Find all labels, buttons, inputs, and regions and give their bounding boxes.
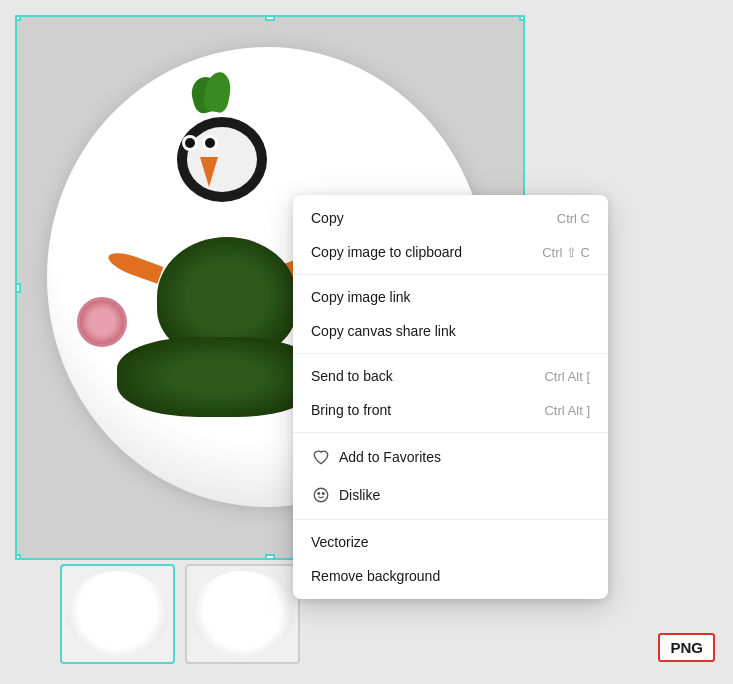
handle-bottom-left[interactable] xyxy=(15,554,21,560)
menu-item-send-to-back-label: Send to back xyxy=(311,368,536,384)
menu-item-add-to-favorites[interactable]: Add to Favorites xyxy=(293,438,608,476)
menu-item-copy-image-link[interactable]: Copy image link xyxy=(293,280,608,314)
menu-item-add-to-favorites-label: Add to Favorites xyxy=(339,449,590,465)
menu-item-dislike[interactable]: Dislike xyxy=(293,476,608,514)
thumbnail-1[interactable] xyxy=(60,564,175,664)
handle-bottom-mid[interactable] xyxy=(265,554,275,560)
dislike-icon xyxy=(311,485,331,505)
context-menu: Copy Ctrl C Copy image to clipboard Ctrl… xyxy=(293,195,608,599)
png-badge: PNG xyxy=(658,633,715,662)
divider-1 xyxy=(293,274,608,275)
penguin-eye-left xyxy=(182,135,198,151)
menu-item-bring-to-front-shortcut: Ctrl Alt ] xyxy=(544,403,590,418)
menu-item-bring-to-front[interactable]: Bring to front Ctrl Alt ] xyxy=(293,393,608,427)
carrot-beak xyxy=(200,157,218,187)
menu-item-send-to-back-shortcut: Ctrl Alt [ xyxy=(544,369,590,384)
heart-icon xyxy=(311,447,331,467)
menu-item-copy-shortcut: Ctrl C xyxy=(557,211,590,226)
menu-item-dislike-label: Dislike xyxy=(339,487,590,503)
thumbnail-strip xyxy=(60,564,300,664)
menu-item-vectorize[interactable]: Vectorize xyxy=(293,525,608,559)
menu-item-copy-image-clipboard-shortcut: Ctrl ⇧ C xyxy=(542,245,590,260)
thumb-plate-1 xyxy=(67,571,168,657)
menu-item-bring-to-front-label: Bring to front xyxy=(311,402,536,418)
menu-item-copy-image-clipboard[interactable]: Copy image to clipboard Ctrl ⇧ C xyxy=(293,235,608,269)
menu-item-remove-background[interactable]: Remove background xyxy=(293,559,608,593)
png-badge-label: PNG xyxy=(670,639,703,656)
penguin-belly xyxy=(187,127,257,192)
menu-item-copy-image-clipboard-label: Copy image to clipboard xyxy=(311,244,534,260)
menu-item-copy[interactable]: Copy Ctrl C xyxy=(293,201,608,235)
handle-mid-left[interactable] xyxy=(15,283,21,293)
menu-item-copy-image-link-label: Copy image link xyxy=(311,289,582,305)
svg-point-0 xyxy=(314,488,328,502)
menu-item-copy-canvas-share-link-label: Copy canvas share link xyxy=(311,323,582,339)
divider-3 xyxy=(293,432,608,433)
menu-item-copy-label: Copy xyxy=(311,210,549,226)
menu-item-copy-canvas-share-link[interactable]: Copy canvas share link xyxy=(293,314,608,348)
handle-top-left[interactable] xyxy=(15,15,21,21)
handle-top-mid[interactable] xyxy=(265,15,275,21)
thumbnail-2[interactable] xyxy=(185,564,300,664)
broccoli-bottom xyxy=(117,337,317,417)
menu-item-remove-background-label: Remove background xyxy=(311,568,590,584)
menu-item-vectorize-label: Vectorize xyxy=(311,534,590,550)
thumb-plate-2 xyxy=(192,571,293,657)
penguin-eye-right xyxy=(202,135,218,151)
radish-decoration xyxy=(77,297,127,347)
canvas-area: Copy Ctrl C Copy image to clipboard Ctrl… xyxy=(0,0,733,684)
menu-item-send-to-back[interactable]: Send to back Ctrl Alt [ xyxy=(293,359,608,393)
svg-point-2 xyxy=(322,493,324,495)
svg-point-1 xyxy=(318,493,320,495)
divider-2 xyxy=(293,353,608,354)
divider-4 xyxy=(293,519,608,520)
handle-top-right[interactable] xyxy=(519,15,525,21)
